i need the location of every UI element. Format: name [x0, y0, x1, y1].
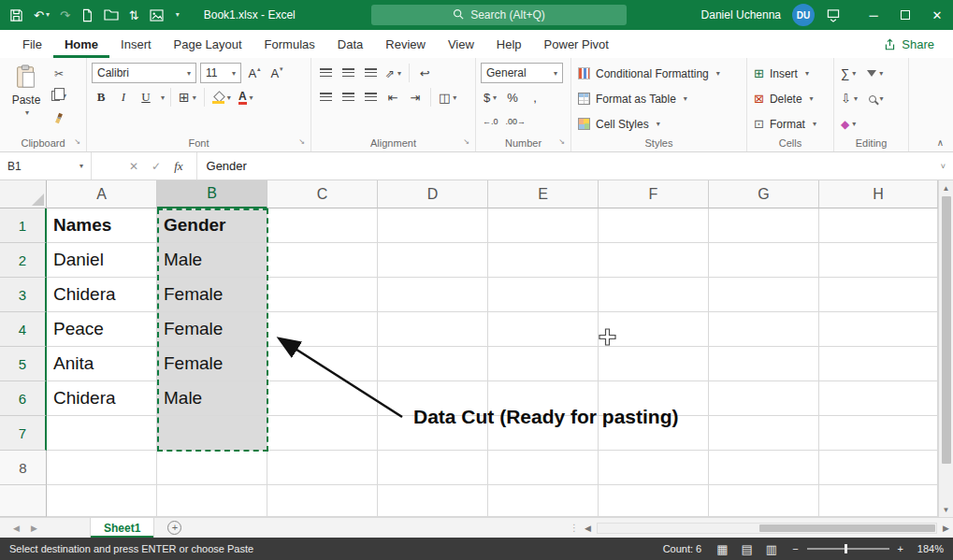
format-cells-button[interactable]: Format [752, 113, 818, 135]
new-sheet-button[interactable]: + [167, 521, 181, 535]
fill-button[interactable] [839, 89, 859, 109]
tab-formulas[interactable]: Formulas [253, 30, 326, 58]
tab-file[interactable]: File [11, 30, 53, 58]
cell-D4[interactable] [378, 312, 488, 347]
cell-B2[interactable]: Male [157, 243, 267, 278]
format-painter-button[interactable] [50, 108, 68, 128]
cell-B3[interactable]: Female [157, 278, 267, 312]
cell-F8[interactable] [599, 451, 709, 485]
redo-button[interactable]: ↷ [60, 9, 70, 22]
copy-button[interactable] [50, 85, 68, 106]
shrink-font-button[interactable] [267, 63, 286, 83]
cell-E9[interactable] [488, 485, 599, 517]
minimize-button[interactable]: ─ [858, 0, 889, 30]
scroll-right-icon[interactable]: ▶ [943, 524, 949, 533]
cell-G7[interactable] [709, 416, 819, 451]
horizontal-scroll-track[interactable] [597, 523, 937, 534]
grow-font-button[interactable] [245, 63, 264, 83]
cell-F2[interactable] [599, 243, 709, 278]
cell-H2[interactable] [819, 243, 938, 278]
user-name[interactable]: Daniel Uchenna [701, 8, 781, 22]
page-layout-view-icon[interactable]: ▤ [742, 542, 753, 556]
sheet-tab-sheet1[interactable]: Sheet1 [90, 518, 154, 538]
decrease-indent-button[interactable] [383, 87, 402, 108]
maximize-button[interactable] [889, 0, 921, 30]
collapse-ribbon-button[interactable] [937, 137, 944, 148]
row-header-1[interactable]: 1 [0, 208, 47, 243]
cell-F7[interactable] [599, 416, 709, 451]
cut-button[interactable] [50, 63, 68, 83]
ribbon-display-options-icon[interactable] [826, 8, 841, 22]
cell-H7[interactable] [819, 416, 938, 451]
tab-review[interactable]: Review [374, 30, 437, 58]
cell-A5[interactable]: Anita [47, 347, 157, 381]
cell-A8[interactable] [47, 451, 157, 485]
cell-E4[interactable] [488, 312, 599, 347]
row-header-2[interactable]: 2 [0, 243, 47, 278]
cell-B7[interactable] [157, 416, 267, 451]
increase-indent-button[interactable] [406, 87, 425, 108]
close-button[interactable]: ✕ [921, 0, 953, 30]
align-right-button[interactable] [361, 87, 380, 108]
normal-view-icon[interactable]: ▦ [716, 542, 728, 556]
horizontal-scroll-thumb[interactable] [759, 524, 935, 532]
zoom-level[interactable]: 184% [912, 543, 944, 554]
cell-C8[interactable] [267, 451, 378, 485]
delete-cells-button[interactable]: Delete [752, 88, 816, 109]
accounting-format-button[interactable]: $ [481, 87, 499, 108]
number-dialog-launcher[interactable] [558, 137, 565, 146]
zoom-slider-thumb[interactable] [845, 544, 847, 553]
name-box[interactable]: B1 [0, 152, 92, 179]
undo-button[interactable]: ↶▾ [34, 9, 50, 22]
share-button[interactable]: Share [884, 30, 953, 58]
cell-H1[interactable] [819, 208, 938, 243]
row-header-extra[interactable] [0, 485, 47, 517]
tab-home[interactable]: Home [53, 30, 109, 58]
cell-H3[interactable] [819, 278, 938, 312]
tab-page-layout[interactable]: Page Layout [163, 30, 253, 58]
cell-A7[interactable] [47, 416, 157, 451]
cell-B4[interactable]: Female [157, 312, 267, 347]
cell-C7[interactable] [267, 416, 378, 451]
number-format-select[interactable]: General [481, 63, 563, 83]
bold-button[interactable]: B [92, 87, 110, 108]
cell-G1[interactable] [709, 208, 819, 243]
tab-view[interactable]: View [437, 30, 485, 58]
font-size-select[interactable]: 11 [200, 63, 241, 83]
zoom-out-button[interactable]: − [792, 543, 798, 554]
cell-B5[interactable]: Female [157, 347, 267, 381]
column-header-H[interactable]: H [819, 180, 938, 208]
merge-center-button[interactable] [437, 87, 458, 108]
align-center-button[interactable] [339, 87, 357, 108]
font-color-button[interactable] [237, 87, 255, 108]
tab-power-pivot[interactable]: Power Pivot [533, 30, 620, 58]
next-sheet-icon[interactable]: ▶ [31, 524, 37, 533]
cell-E2[interactable] [488, 243, 599, 278]
cell-F9[interactable] [599, 485, 709, 517]
cell-B6[interactable]: Male [157, 381, 267, 416]
cell-F4[interactable] [599, 312, 709, 347]
new-file-icon[interactable] [80, 8, 94, 22]
underline-button[interactable]: U [137, 87, 155, 108]
insert-function-icon[interactable]: fx [174, 159, 182, 174]
column-header-D[interactable]: D [378, 180, 488, 208]
orientation-button[interactable] [383, 63, 403, 83]
cell-B8[interactable] [157, 451, 267, 485]
cell-B1[interactable]: Gender [157, 208, 267, 243]
cell-H4[interactable] [819, 312, 938, 347]
cell-G2[interactable] [709, 243, 819, 278]
cell-G5[interactable] [709, 347, 819, 381]
cell-D8[interactable] [378, 451, 488, 485]
autosum-button[interactable]: ∑ [839, 64, 858, 84]
cell-G4[interactable] [709, 312, 819, 347]
format-as-table-button[interactable]: Format as Table [576, 88, 689, 109]
open-folder-icon[interactable] [104, 8, 119, 22]
cell-A3[interactable]: Chidera [47, 278, 157, 312]
vertical-scrollbar[interactable] [938, 180, 953, 517]
cell-G8[interactable] [709, 451, 819, 485]
column-header-E[interactable]: E [488, 180, 599, 208]
cancel-icon[interactable]: ✕ [129, 160, 138, 173]
insert-cells-button[interactable]: Insert [752, 63, 811, 84]
column-header-G[interactable]: G [709, 180, 819, 208]
splitter-icon[interactable]: ⋮ [570, 523, 579, 533]
